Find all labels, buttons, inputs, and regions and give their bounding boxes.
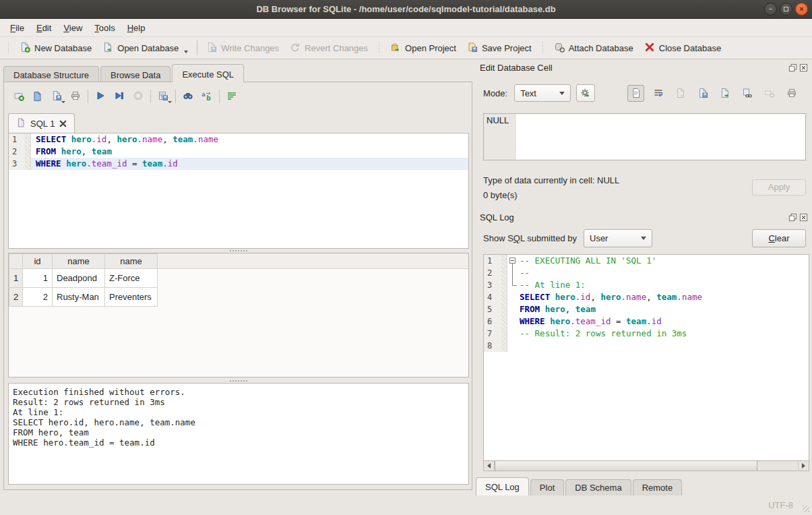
main-tab-bar: Database StructureBrowse DataExecute SQL <box>3 64 245 82</box>
execute-all-icon <box>95 90 106 103</box>
column-header-1[interactable]: name <box>53 254 105 269</box>
maximize-icon <box>784 7 788 11</box>
maximize-button[interactable] <box>780 3 792 16</box>
save-sql-file-button[interactable] <box>47 88 66 105</box>
row-number[interactable]: 1 <box>9 269 23 288</box>
menu-file[interactable]: File <box>4 20 30 36</box>
table-row[interactable]: 11DeadpondZ-Force <box>9 269 158 288</box>
scrollbar-thumb[interactable] <box>495 461 757 471</box>
open-database-button[interactable]: Open Database <box>97 39 193 57</box>
wrap-text-button[interactable] <box>650 85 666 102</box>
table-cell[interactable]: Deadpond <box>53 269 105 288</box>
editor-line[interactable]: 1SELECT hero.id, hero.name, team.name <box>9 133 468 146</box>
dock-tab-sql-log[interactable]: SQL Log <box>476 477 529 495</box>
import-data-button[interactable] <box>694 85 711 102</box>
open-in-app-button[interactable] <box>672 85 689 102</box>
table-cell[interactable]: Preventers <box>105 288 158 307</box>
log-line[interactable]: 5FROM hero, team <box>484 303 809 315</box>
tab-close-icon[interactable] <box>59 119 67 128</box>
dock-tab-plot[interactable]: Plot <box>530 479 564 495</box>
copy-link-button[interactable] <box>739 85 755 102</box>
text-mode-button[interactable] <box>627 85 644 102</box>
sql-editor[interactable]: 1SELECT hero.id, hero.name, team.name2FR… <box>8 133 469 249</box>
tab-execute-sql[interactable]: Execute SQL <box>172 64 244 82</box>
format-icon: ab <box>201 90 212 103</box>
save-project-button[interactable]: Save Project <box>462 39 537 57</box>
scroll-right-arrow[interactable] <box>798 461 809 471</box>
execute-current-line-button[interactable] <box>110 88 129 105</box>
scroll-left-arrow[interactable] <box>484 461 495 471</box>
open-project-button[interactable]: Open Project <box>385 39 462 57</box>
attach-database-button[interactable]: Attach Database <box>549 39 639 57</box>
dock-close-icon[interactable] <box>799 213 808 222</box>
new-sql-tab-button[interactable] <box>9 88 28 105</box>
log-line[interactable]: 7-- Result: 2 rows returned in 3ms <box>484 328 809 340</box>
minimize-button[interactable]: − <box>764 3 777 16</box>
log-line[interactable]: 1-- EXECUTING ALL IN 'SQL 1' <box>484 255 809 267</box>
close-database-button[interactable]: Close Database <box>639 39 727 57</box>
log-line[interactable]: 4SELECT hero.id, hero.name, team.name <box>484 291 809 303</box>
fold-collapse-icon[interactable] <box>509 258 516 264</box>
log-line[interactable]: 8 <box>484 340 809 352</box>
apply-button[interactable]: Apply <box>752 179 806 195</box>
float-icon[interactable] <box>788 213 797 222</box>
column-header-0[interactable]: id <box>23 254 53 269</box>
save-results-button[interactable] <box>154 88 173 105</box>
editor-results-splitter[interactable] <box>8 249 469 252</box>
float-icon[interactable] <box>788 63 797 72</box>
menu-edit[interactable]: Edit <box>30 20 57 36</box>
editor-line[interactable]: 2FROM hero, team <box>9 146 468 158</box>
new-database-button[interactable]: New Database <box>14 39 97 57</box>
print-cell-button[interactable] <box>783 85 800 102</box>
menu-help[interactable]: Help <box>121 20 152 36</box>
tab-browse-data[interactable]: Browse Data <box>100 66 170 82</box>
log-filter-combobox[interactable]: User <box>584 229 652 247</box>
menu-tools[interactable]: Tools <box>88 20 121 36</box>
set-null-button[interactable] <box>761 85 778 102</box>
find-replace-button[interactable] <box>179 88 197 105</box>
execute-all-button[interactable] <box>91 88 110 105</box>
row-number[interactable]: 2 <box>9 288 23 307</box>
write-changes-button[interactable]: Write Changes <box>201 39 284 57</box>
dock-tab-remote[interactable]: Remote <box>633 479 683 495</box>
menu-view[interactable]: View <box>57 20 88 36</box>
fold-margin <box>501 291 507 303</box>
dock-tab-db-schema[interactable]: DB Schema <box>565 479 631 495</box>
results-grid[interactable]: idnamename11DeadpondZ-Force22Rusty-ManPr… <box>8 253 469 377</box>
table-cell[interactable]: 1 <box>23 269 53 288</box>
log-line[interactable]: 2-- <box>484 267 809 279</box>
resize-grip-icon[interactable] <box>803 506 809 512</box>
corner-header[interactable] <box>9 254 23 269</box>
results-message-splitter[interactable] <box>8 379 469 382</box>
toolbar-separator <box>175 90 176 103</box>
export-data-button[interactable] <box>716 85 733 102</box>
print-cell-icon <box>786 88 797 98</box>
print-sql-button[interactable] <box>66 88 85 105</box>
column-header-2[interactable]: name <box>105 254 158 269</box>
revert-changes-button[interactable]: Revert Changes <box>284 39 373 57</box>
table-cell[interactable]: 2 <box>23 288 53 307</box>
cell-editor-area[interactable] <box>516 114 805 160</box>
auto-apply-button[interactable] <box>576 84 595 102</box>
open-sql-file-button[interactable] <box>28 88 47 105</box>
close-button[interactable]: × <box>795 3 808 16</box>
log-line[interactable]: 3-- At line 1: <box>484 279 809 291</box>
auto-format-button[interactable]: ab <box>197 88 216 105</box>
table-row[interactable]: 22Rusty-ManPreventers <box>9 288 158 307</box>
stop-execution-button[interactable] <box>129 88 148 105</box>
fold-column <box>507 328 518 340</box>
editor-line[interactable]: 3WHERE hero.team_id = team.id <box>9 158 468 170</box>
table-cell[interactable]: Rusty-Man <box>53 288 105 307</box>
sql1-tab[interactable]: SQL 1 <box>8 113 75 133</box>
tab-database-structure[interactable]: Database Structure <box>3 66 99 82</box>
dock-close-icon[interactable] <box>799 63 808 72</box>
mode-combobox[interactable]: Text <box>514 84 571 102</box>
log-horizontal-scrollbar[interactable] <box>483 460 809 471</box>
cell-value-editor[interactable]: NULL <box>483 113 806 160</box>
toolbar-separator <box>88 90 88 103</box>
sql-log-view[interactable]: 1-- EXECUTING ALL IN 'SQL 1'2--3-- At li… <box>483 254 809 460</box>
table-cell[interactable]: Z-Force <box>105 269 158 288</box>
clear-log-button[interactable]: Clear <box>752 229 806 247</box>
log-line[interactable]: 6WHERE hero.team_id = team.id <box>484 315 809 328</box>
word-wrap-button[interactable] <box>222 88 241 105</box>
